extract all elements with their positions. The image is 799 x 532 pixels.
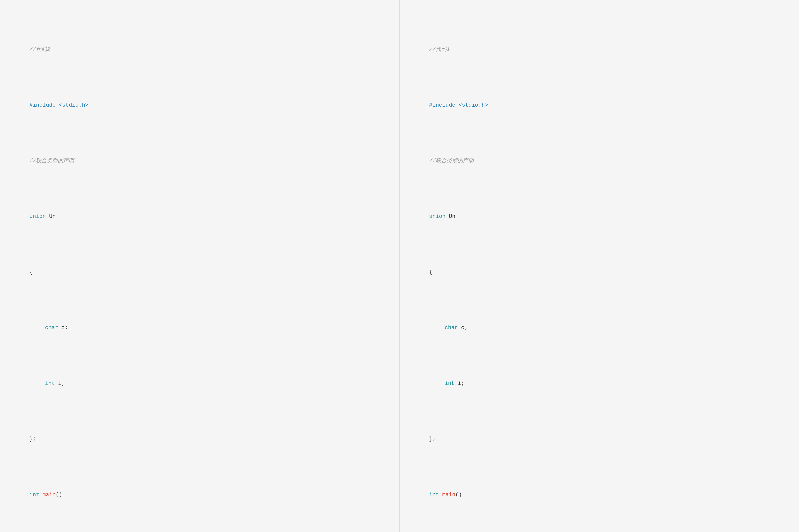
line-comment-zh: //联合类型的声明 xyxy=(10,147,389,175)
r-keyword-int-main: int xyxy=(429,492,439,498)
keyword-int: int xyxy=(45,380,55,386)
keyword-char: char xyxy=(45,325,58,331)
line-r-comment-title: //代码1 xyxy=(410,36,789,63)
line-r-brace-open1: { xyxy=(410,258,789,286)
line-include: #include <stdio.h> xyxy=(10,91,389,119)
keyword-union: union xyxy=(30,213,46,220)
r-brace-close-semicolon: }; xyxy=(429,436,436,442)
r-code-comment: //代码1 xyxy=(429,46,450,53)
r-union-name: Un xyxy=(446,213,455,220)
r-brace-open: { xyxy=(429,269,433,275)
r-keyword-union: union xyxy=(429,213,446,220)
line-char: char c; xyxy=(10,314,389,342)
r-int-var: i; xyxy=(454,380,464,386)
r-comment-type-declaration: //联合类型的声明 xyxy=(429,158,474,164)
code-panel-left: //代码2 #include <stdio.h> //联合类型的声明 union… xyxy=(0,0,400,532)
r-func-main: main xyxy=(439,492,455,498)
line-int-i: int i; xyxy=(10,369,389,397)
line-r-comment-zh: //联合类型的声明 xyxy=(410,147,789,175)
r-keyword-int: int xyxy=(445,380,454,386)
line-r-int-i: int i; xyxy=(410,369,789,397)
r-char-var: c; xyxy=(458,325,468,331)
line-r-char: char c; xyxy=(410,314,789,342)
include-directive: #include <stdio.h> xyxy=(30,102,88,108)
r-keyword-char: char xyxy=(445,325,458,331)
line-r-union-decl: union Un xyxy=(410,203,789,230)
int-var: i; xyxy=(55,380,65,386)
line-brace-open1: { xyxy=(10,258,389,286)
line-comment-title: //代码2 xyxy=(10,36,389,63)
code-panel-right: //代码1 #include <stdio.h> //联合类型的声明 union… xyxy=(400,0,799,532)
code-comment: //代码2 xyxy=(30,46,50,53)
line-int-main: int main() xyxy=(10,481,389,509)
brace-close-semicolon: }; xyxy=(30,436,36,442)
keyword-int-main: int xyxy=(30,492,39,498)
code-block-right: //代码1 #include <stdio.h> //联合类型的声明 union… xyxy=(410,8,789,532)
brace-open: { xyxy=(30,269,33,275)
code-block-left: //代码2 #include <stdio.h> //联合类型的声明 union… xyxy=(10,8,389,532)
func-main: main xyxy=(39,492,56,498)
r-include-directive: #include <stdio.h> xyxy=(429,102,488,108)
line-r-int-main: int main() xyxy=(410,481,789,509)
line-brace-close1: }; xyxy=(10,425,389,453)
line-r-brace-close1: }; xyxy=(410,425,789,453)
union-name: Un xyxy=(46,213,56,220)
main-parens: () xyxy=(56,492,62,498)
comment-type-declaration: //联合类型的声明 xyxy=(30,158,74,164)
line-r-include: #include <stdio.h> xyxy=(410,91,789,119)
char-var: c; xyxy=(58,325,68,331)
r-main-parens: () xyxy=(455,492,462,498)
line-union-decl: union Un xyxy=(10,203,389,230)
